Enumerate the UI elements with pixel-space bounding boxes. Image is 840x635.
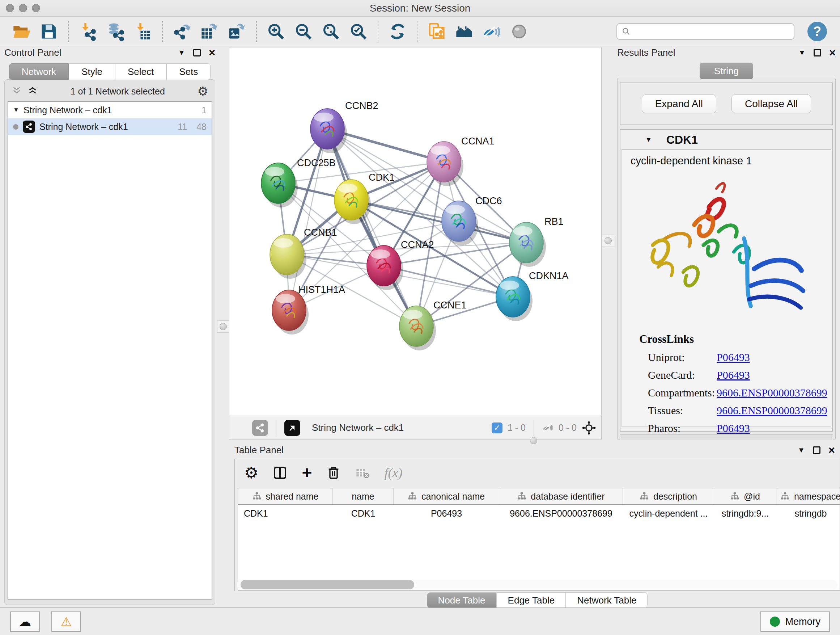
right-splitter-grip[interactable] <box>602 234 614 247</box>
network-options-gear-icon[interactable]: ⚙ <box>197 85 208 97</box>
table-row[interactable]: CDK1CDK1P064939606.ENSP00000378699cyclin… <box>238 505 840 522</box>
network-node[interactable] <box>399 306 436 350</box>
control-panel-maximize-icon[interactable] <box>193 49 201 57</box>
apply-layout-icon[interactable] <box>386 20 409 43</box>
memory-button[interactable]: Memory <box>760 611 830 632</box>
network-node[interactable] <box>367 245 403 290</box>
function-builder-icon: f(x) <box>384 465 402 480</box>
show-columns-icon[interactable] <box>273 466 287 480</box>
column-header-shared-name[interactable]: shared name <box>238 488 333 504</box>
toolbar-divider <box>276 420 276 436</box>
warning-icon: ⚠ <box>61 614 72 629</box>
clone-network-icon[interactable] <box>425 20 448 43</box>
birds-eye-view-icon[interactable] <box>284 420 300 436</box>
table-horizontal-scrollbar[interactable] <box>237 580 837 589</box>
crosslink-link[interactable]: P06493 <box>717 351 750 363</box>
crosslink-link[interactable]: P06493 <box>717 369 750 381</box>
control-panel-float-icon[interactable]: ▼ <box>178 49 185 57</box>
tab-select[interactable]: Select <box>115 63 166 80</box>
grid-view-icon[interactable] <box>234 421 247 434</box>
collapse-all-button[interactable]: Collapse All <box>731 95 811 113</box>
network-node-label: CCNA2 <box>401 239 434 250</box>
toolbar-separator <box>68 21 69 42</box>
zoom-in-icon[interactable] <box>264 20 288 43</box>
network-collection-row[interactable]: ▼ String Network – cdk1 1 <box>8 102 212 119</box>
warnings-button[interactable]: ⚠ <box>51 611 81 632</box>
first-neighbors-icon[interactable] <box>452 20 476 43</box>
expand-all-button[interactable]: Expand All <box>642 95 716 113</box>
column-header-description[interactable]: description <box>623 488 714 504</box>
column-header-namespace[interactable]: namespace <box>776 488 840 504</box>
column-header-database-identifier[interactable]: database identifier <box>499 488 623 504</box>
results-panel-close-icon[interactable]: × <box>829 47 836 58</box>
export-table-icon[interactable] <box>197 20 221 43</box>
network-row-selected[interactable]: String Network – cdk1 11 48 <box>8 119 212 135</box>
cloud-status-button[interactable]: ☁ <box>10 611 40 632</box>
import-network-database-icon[interactable] <box>103 20 127 43</box>
network-node-label: CDK1 <box>369 172 395 183</box>
zoom-fit-icon[interactable] <box>319 20 343 43</box>
zoom-out-icon[interactable] <box>292 20 316 43</box>
zoom-selected-icon[interactable] <box>347 20 370 43</box>
network-row-label: String Network – cdk1 <box>39 122 128 132</box>
expand-all-icon[interactable] <box>27 87 38 96</box>
network-node[interactable] <box>427 141 463 186</box>
create-column-icon[interactable]: + <box>302 466 312 480</box>
export-image-icon[interactable] <box>225 20 249 43</box>
toolbar-divider <box>534 420 534 436</box>
table-panel-close-icon[interactable]: × <box>829 445 835 456</box>
network-node-label: CDKN1A <box>529 271 569 281</box>
section-collapse-triangle-icon[interactable]: ▼ <box>645 136 652 144</box>
tab-edge-table[interactable]: Edge Table <box>497 592 566 608</box>
network-node[interactable] <box>310 109 347 153</box>
control-panel-close-icon[interactable]: × <box>209 47 215 58</box>
export-network-icon[interactable] <box>170 20 194 43</box>
hide-selected-icon[interactable] <box>480 20 504 43</box>
network-share-icon[interactable] <box>252 420 268 436</box>
help-button[interactable]: ? <box>807 22 827 41</box>
collapse-all-icon[interactable] <box>11 87 22 96</box>
search-input[interactable] <box>616 23 794 40</box>
network-node[interactable] <box>334 180 371 224</box>
results-panel-maximize-icon[interactable] <box>813 49 821 57</box>
save-session-icon[interactable] <box>37 20 61 43</box>
open-session-icon[interactable] <box>9 20 33 43</box>
crosslink-link[interactable]: P06493 <box>717 422 750 434</box>
import-network-icon[interactable] <box>76 20 100 43</box>
collapse-triangle-icon[interactable]: ▼ <box>13 106 19 114</box>
network-edge[interactable] <box>289 129 327 310</box>
tab-network-table[interactable]: Network Table <box>566 592 647 608</box>
network-edge[interactable] <box>327 129 416 326</box>
table-panel-maximize-icon[interactable] <box>813 447 821 454</box>
network-node[interactable] <box>261 163 298 207</box>
import-table-icon[interactable] <box>131 20 155 43</box>
network-node[interactable] <box>496 277 532 321</box>
column-header--id[interactable]: @id <box>714 488 776 504</box>
network-canvas[interactable]: CCNB2CCNA1CDC25BCDK1CDC6RB1CCNB1CCNA2CDK… <box>229 48 601 416</box>
crosslink-label: Pharos: <box>648 422 717 434</box>
left-splitter-grip[interactable] <box>217 320 229 333</box>
tab-network[interactable]: Network <box>9 63 69 80</box>
tab-sets[interactable]: Sets <box>166 63 210 80</box>
crosslink-row: Compartments:9606.ENSP00000378699 <box>622 386 831 399</box>
crosslink-link[interactable]: 9606.ENSP00000378699 <box>717 386 827 399</box>
delete-column-icon[interactable] <box>326 466 341 480</box>
tab-string[interactable]: String <box>699 63 753 79</box>
column-header-canonical-name[interactable]: canonical name <box>393 488 499 504</box>
network-node[interactable] <box>442 201 478 245</box>
show-all-icon[interactable] <box>507 20 531 43</box>
table-panel-float-icon[interactable]: ▼ <box>798 446 805 454</box>
selected-checkbox-icon[interactable]: ✓ <box>492 423 502 433</box>
tab-node-table[interactable]: Node Table <box>427 592 497 608</box>
network-node[interactable] <box>509 222 546 267</box>
toolbar-separator <box>417 21 417 42</box>
table-options-gear-icon[interactable]: ⚙ <box>244 465 258 481</box>
network-node[interactable] <box>270 234 306 279</box>
scrollbar-thumb[interactable] <box>240 580 414 589</box>
fit-content-crosshair-icon[interactable] <box>582 421 596 435</box>
crosslink-link[interactable]: 9606.ENSP00000378699 <box>717 404 827 417</box>
table-cell: CDK1 <box>333 508 393 519</box>
results-panel-float-icon[interactable]: ▼ <box>798 49 806 57</box>
column-header-name[interactable]: name <box>333 488 393 504</box>
tab-style[interactable]: Style <box>69 63 115 80</box>
